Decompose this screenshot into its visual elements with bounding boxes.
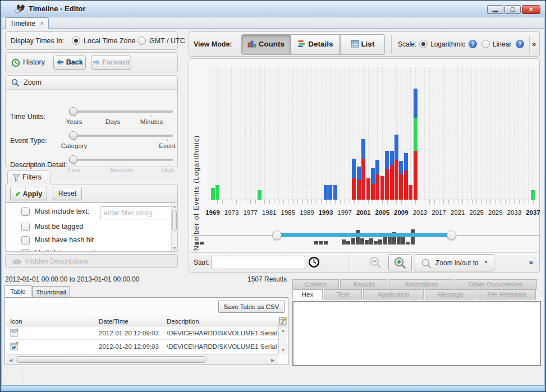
logarithmic-radio[interactable] — [419, 40, 428, 48]
filter-text-input[interactable] — [100, 206, 172, 219]
chart-bar-2002[interactable] — [366, 178, 370, 200]
filter-checkbox-2[interactable] — [21, 236, 30, 245]
filter-scroll-thumb[interactable] — [172, 210, 177, 231]
forward-button[interactable]: Forward — [91, 56, 131, 70]
table-hscroll-thumb[interactable] — [16, 356, 207, 363]
viewer-tab-message[interactable]: Message — [425, 289, 476, 299]
range-slider-selection[interactable] — [277, 233, 451, 237]
chart-bar-1970[interactable] — [215, 185, 219, 200]
scroll-down-icon[interactable]: ▼ — [172, 246, 177, 250]
logarithmic-help-icon[interactable]: ? — [469, 40, 477, 48]
local-timezone-radio[interactable] — [72, 36, 80, 45]
back-button[interactable]: Back — [53, 56, 86, 70]
toolbar-overflow-button[interactable]: » — [532, 40, 536, 48]
slider-track-2[interactable] — [68, 159, 173, 161]
table-scroll-up-icon[interactable]: ▲ — [279, 328, 287, 333]
zoom-in-button[interactable] — [388, 254, 412, 271]
chart-bar-2010[interactable] — [404, 153, 408, 200]
viewer-tab-annotations[interactable]: Annotations — [389, 279, 453, 289]
viewer-tab-hex[interactable]: Hex — [292, 289, 323, 299]
scroll-up-icon[interactable]: ▲ — [172, 204, 177, 208]
gmt-utc-label[interactable]: GMT / UTC — [149, 37, 185, 45]
counts-mode-button[interactable]: Counts — [241, 34, 291, 55]
chart-bar-2007[interactable] — [390, 151, 394, 200]
table-row[interactable]: 2012-01-20 12:09:03\DEVICE\HARDDISKVOLUM… — [6, 326, 278, 340]
chart-bar-2000[interactable] — [357, 167, 361, 200]
viewer-tab-results[interactable]: Results — [340, 279, 388, 289]
viewer-tab-file-metadata[interactable]: File Metadata — [478, 289, 536, 299]
hex-content-area[interactable] — [292, 301, 541, 366]
linear-radio[interactable] — [481, 40, 490, 48]
table-hscrollbar[interactable]: ◀ ▶ — [6, 354, 278, 364]
viewer-tab-text[interactable]: Text — [324, 289, 362, 299]
chart-bar-2011[interactable] — [409, 185, 412, 200]
chart-bar-1979[interactable] — [258, 190, 261, 200]
tab-thumbnail[interactable]: Thumbnail — [32, 286, 70, 298]
list-mode-button[interactable]: List — [340, 34, 385, 55]
viewer-tab-application[interactable]: Application — [363, 289, 424, 299]
chart-bar-2037[interactable] — [531, 190, 535, 200]
start-input[interactable] — [211, 256, 305, 269]
table-row[interactable]: 2012-01-20 12:09:03\DEVICE\HARDDISKVOLUM… — [6, 340, 278, 353]
table-vscrollbar[interactable]: ▲ ▼ — [278, 326, 287, 354]
slider-track-1[interactable] — [68, 135, 173, 137]
apply-filters-button[interactable]: ✔ Apply — [10, 187, 47, 200]
column-settings-button[interactable] — [278, 316, 287, 326]
chart-bar-2005[interactable] — [380, 176, 384, 200]
filter-label-3[interactable]: Limit data sources to — [35, 249, 99, 252]
save-csv-button[interactable]: Save Table as CSV — [218, 301, 285, 313]
filter-checkbox-0[interactable] — [21, 207, 30, 216]
reset-filters-button[interactable]: Reset — [53, 187, 82, 200]
local-timezone-label[interactable]: Local Time Zone — [84, 37, 135, 45]
table-scroll-down-icon[interactable]: ▼ — [279, 348, 287, 353]
filter-checkbox-1[interactable] — [21, 223, 30, 231]
minimize-button[interactable]: ▬ — [487, 5, 503, 14]
column-icon[interactable]: Icon — [6, 316, 94, 326]
filter-checkbox-3[interactable] — [21, 249, 30, 252]
details-mode-button[interactable]: Details — [291, 34, 340, 55]
filter-scrollbar[interactable]: ▲ ▼ — [171, 203, 177, 251]
table-scroll-left-icon[interactable]: ◀ — [8, 358, 13, 363]
clock-picker-icon[interactable] — [308, 256, 320, 268]
linear-label[interactable]: Linear — [493, 40, 511, 48]
chart-plot-area[interactable] — [208, 67, 539, 200]
maximize-button[interactable]: ▢ — [504, 5, 521, 14]
filter-label-1[interactable]: Must be tagged — [35, 223, 83, 230]
chart-bar-1995[interactable] — [333, 185, 337, 200]
table-scroll-right-icon[interactable]: ▶ — [270, 358, 276, 363]
chart-bar-2009[interactable] — [399, 161, 403, 200]
chart-bar-1999[interactable] — [352, 159, 356, 200]
chart-bar-1994[interactable] — [328, 185, 332, 200]
slider-thumb-1[interactable] — [69, 131, 77, 140]
close-button[interactable]: ✕ — [522, 5, 540, 14]
zoom-out-button[interactable] — [364, 254, 387, 271]
zoom-in-out-dropdown[interactable]: Zoom in/out to ▼ — [415, 254, 494, 271]
range-toolbar-overflow[interactable]: » — [529, 258, 534, 266]
title-bar[interactable]: Timeline - Editor ▬ ▢ ✕ — [1, 1, 545, 17]
chart-bar-1993[interactable] — [324, 185, 328, 200]
chart-bar-1969[interactable] — [211, 188, 215, 200]
filters-tab[interactable]: Filters — [7, 170, 51, 185]
time-range-slider[interactable] — [191, 228, 539, 245]
linear-help-icon[interactable]: ? — [516, 40, 524, 48]
slider-thumb-2[interactable] — [69, 155, 77, 164]
chart-bar-2001[interactable] — [361, 139, 365, 200]
filter-label-2[interactable]: Must have hash hit — [35, 236, 94, 244]
tab-timeline[interactable]: Timeline ✕ — [5, 17, 49, 29]
viewer-tab-other-occurrences[interactable]: Other Occurrences — [455, 279, 537, 289]
hidden-descriptions-bar[interactable]: Hidden Descriptions — [5, 254, 178, 268]
filter-label-0[interactable]: Must include text: — [35, 207, 89, 215]
chart-bar-2006[interactable] — [385, 151, 389, 200]
tab-table[interactable]: Table — [4, 285, 31, 297]
range-slider-right-handle[interactable] — [447, 230, 456, 240]
tab-close-icon[interactable]: ✕ — [39, 20, 45, 26]
chart-bar-2008[interactable] — [394, 135, 398, 200]
chart-bar-2004[interactable] — [375, 160, 379, 200]
logarithmic-label[interactable]: Logarithmic — [430, 40, 465, 48]
slider-track-0[interactable] — [68, 110, 173, 113]
column-description[interactable]: Description — [162, 316, 278, 326]
viewer-tab-context[interactable]: Context — [292, 279, 339, 289]
range-slider-left-handle[interactable] — [272, 230, 282, 240]
gmt-utc-radio[interactable] — [137, 36, 146, 45]
slider-thumb-0[interactable] — [69, 107, 77, 116]
